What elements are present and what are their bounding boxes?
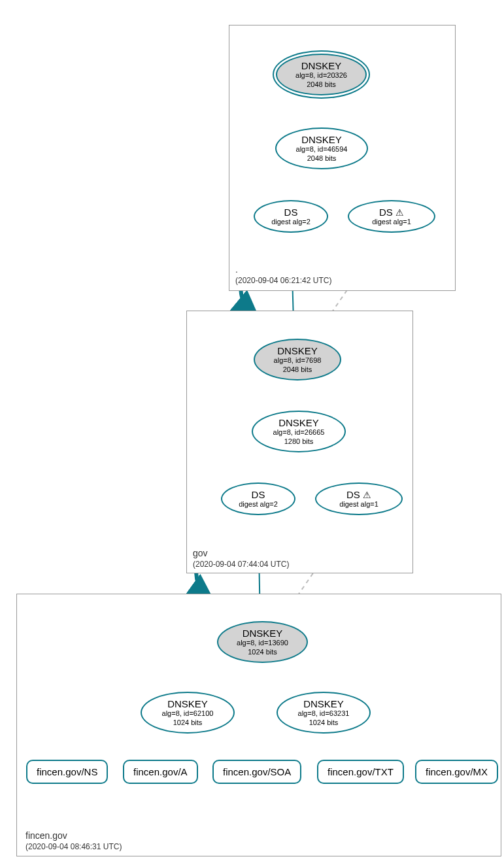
node-sub: digest alg=1	[339, 500, 378, 509]
root-ksk: DNSKEY alg=8, id=20326 2048 bits	[276, 54, 367, 95]
zone-gov-name: gov	[193, 548, 208, 558]
node-title: DNSKEY	[243, 628, 283, 639]
rr-mx: fincen.gov/MX	[415, 760, 498, 784]
zone-gov-timestamp: (2020-09-04 07:44:04 UTC)	[193, 560, 289, 569]
fincen-ksk: DNSKEY alg=8, id=13690 1024 bits	[217, 621, 308, 663]
rr-soa: fincen.gov/SOA	[212, 760, 301, 784]
fincen-zsk2: DNSKEY alg=8, id=63231 1024 bits	[277, 692, 371, 734]
node-sub: alg=8, id=20326	[295, 71, 347, 80]
node-sub: 2048 bits	[307, 154, 337, 163]
gov-ds-alg2: DS digest alg=2	[221, 482, 295, 515]
node-sub: 1024 bits	[248, 648, 277, 656]
node-title: DS	[284, 207, 298, 218]
node-sub: alg=8, id=46594	[296, 145, 348, 154]
node-sub: 1024 bits	[309, 719, 339, 727]
node-title: DS ⚠	[379, 207, 404, 218]
fincen-zsk1: DNSKEY alg=8, id=62100 1024 bits	[141, 692, 235, 734]
node-sub: digest alg=2	[271, 218, 311, 226]
node-sub: 2048 bits	[307, 80, 336, 89]
node-title: DNSKEY	[278, 417, 319, 428]
root-ds-alg2: DS digest alg=2	[254, 200, 328, 233]
warning-icon: ⚠	[395, 207, 404, 218]
zone-root-timestamp: (2020-09-04 06:21:42 UTC)	[235, 276, 331, 285]
dnssec-trust-diagram: . (2020-09-04 06:21:42 UTC) DNSKEY alg=8…	[7, 7, 504, 863]
node-sub: 2048 bits	[283, 365, 312, 374]
root-ds-alg1: DS ⚠ digest alg=1	[348, 200, 435, 233]
node-sub: digest alg=2	[239, 500, 278, 509]
rr-a: fincen.gov/A	[123, 760, 198, 784]
node-title: DS ⚠	[346, 489, 371, 500]
gov-ds-alg1: DS ⚠ digest alg=1	[315, 482, 403, 515]
node-sub: 1280 bits	[284, 437, 314, 446]
node-sub: alg=8, id=7698	[274, 356, 322, 365]
node-sub: alg=8, id=26665	[273, 428, 325, 437]
gov-ksk: DNSKEY alg=8, id=7698 2048 bits	[254, 339, 341, 381]
node-title: DNSKEY	[277, 345, 318, 356]
node-title: DNSKEY	[301, 134, 342, 145]
node-sub: digest alg=1	[372, 218, 411, 226]
gov-zsk: DNSKEY alg=8, id=26665 1280 bits	[252, 411, 346, 452]
node-sub: alg=8, id=13690	[237, 639, 288, 647]
rr-txt: fincen.gov/TXT	[317, 760, 404, 784]
zone-root-name: .	[235, 264, 238, 275]
node-sub: alg=8, id=62100	[162, 709, 214, 718]
zone-fincen-name: fincen.gov	[25, 830, 67, 841]
node-title: DS	[252, 489, 265, 500]
node-title: DNSKEY	[167, 698, 208, 709]
zone-fincen-timestamp: (2020-09-04 08:46:31 UTC)	[25, 842, 122, 851]
node-title: DNSKEY	[301, 60, 342, 71]
rr-ns: fincen.gov/NS	[26, 760, 108, 784]
root-zsk: DNSKEY alg=8, id=46594 2048 bits	[275, 127, 368, 169]
node-sub: 1024 bits	[173, 719, 203, 727]
warning-icon: ⚠	[363, 490, 371, 500]
node-title: DNSKEY	[303, 698, 344, 709]
node-sub: alg=8, id=63231	[298, 709, 350, 718]
